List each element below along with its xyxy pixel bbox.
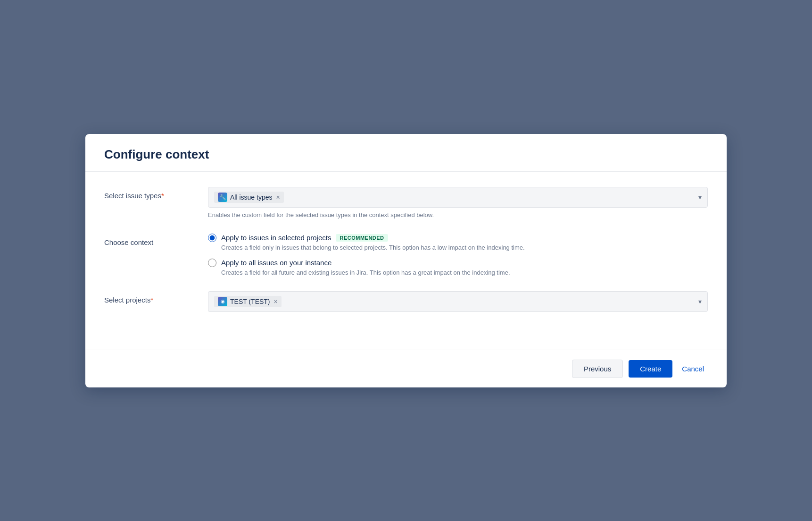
projects-chevron-icon: ▾	[698, 298, 702, 305]
projects-row: Select projects* ◉ TEST (TEST) × ▾	[104, 291, 708, 312]
modal-title: Configure context	[104, 147, 708, 162]
modal-footer: Previous Create Cancel	[85, 350, 727, 387]
issue-types-icon: 🔧	[218, 193, 227, 202]
issue-types-row: Select issue types* 🔧 All issue types × …	[104, 187, 708, 218]
issue-types-hint: Enables the custom field for the selecte…	[208, 211, 708, 218]
issue-types-content: 🔧 All issue types × ▾ Enables the custom…	[208, 187, 708, 218]
context-option-selected-projects: Apply to issues in selected projects REC…	[208, 234, 708, 251]
context-radio-group: Apply to issues in selected projects REC…	[208, 234, 708, 276]
issue-types-tag-remove[interactable]: ×	[276, 194, 280, 201]
issue-types-tag: 🔧 All issue types ×	[214, 192, 284, 203]
context-option-selected-projects-desc: Creates a field only in issues that belo…	[221, 244, 708, 251]
configure-context-modal: Configure context Select issue types* 🔧 …	[85, 134, 727, 387]
create-button[interactable]: Create	[629, 360, 672, 378]
projects-select[interactable]: ◉ TEST (TEST) × ▾	[208, 291, 708, 312]
modal-header: Configure context	[85, 134, 727, 172]
modal-overlay: Configure context Select issue types* 🔧 …	[0, 0, 812, 521]
projects-icon: ◉	[218, 297, 227, 306]
context-content: Apply to issues in selected projects REC…	[208, 234, 708, 276]
context-option-all-issues: Apply to all issues on your instance Cre…	[208, 259, 708, 276]
cancel-button[interactable]: Cancel	[678, 360, 708, 378]
context-row: Choose context Apply to issues in select…	[104, 234, 708, 276]
issue-types-select[interactable]: 🔧 All issue types × ▾	[208, 187, 708, 208]
projects-tag: ◉ TEST (TEST) ×	[214, 296, 282, 307]
context-option-all-issues-desc: Creates a field for all future and exist…	[221, 269, 708, 276]
context-option-all-issues-label: Apply to all issues on your instance	[221, 259, 331, 267]
context-radio-all-issues[interactable]	[208, 259, 216, 267]
context-label: Choose context	[104, 234, 208, 246]
projects-content: ◉ TEST (TEST) × ▾	[208, 291, 708, 312]
issue-types-chevron-icon: ▾	[698, 193, 702, 201]
projects-tag-remove[interactable]: ×	[274, 298, 278, 305]
context-option-selected-projects-label: Apply to issues in selected projects	[221, 234, 331, 242]
projects-label: Select projects*	[104, 291, 208, 304]
issue-types-label: Select issue types*	[104, 187, 208, 200]
context-radio-selected-projects[interactable]	[208, 234, 216, 242]
recommended-badge: RECOMMENDED	[336, 234, 388, 242]
modal-body: Select issue types* 🔧 All issue types × …	[85, 172, 727, 350]
previous-button[interactable]: Previous	[572, 360, 623, 378]
